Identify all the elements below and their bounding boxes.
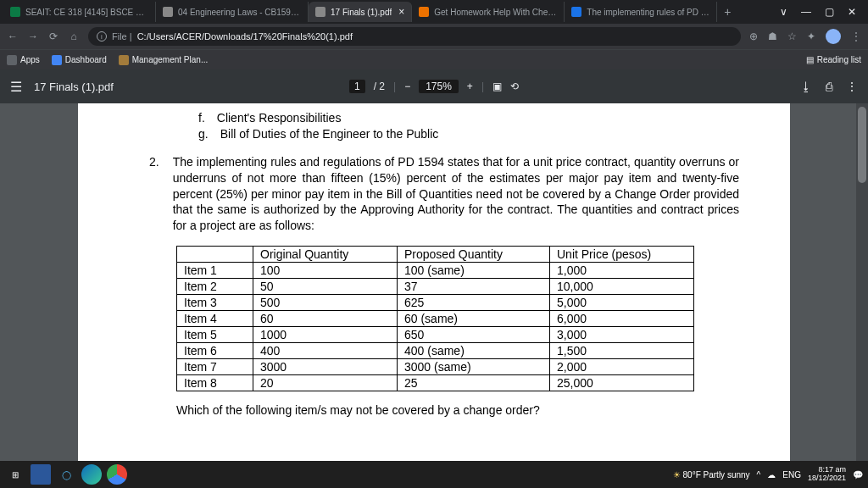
reading-list-button[interactable]: ▤Reading list bbox=[806, 55, 861, 64]
print-button[interactable]: ⎙ bbox=[826, 80, 832, 93]
page-total: / 2 bbox=[374, 80, 385, 92]
menu-icon[interactable]: ⋮ bbox=[851, 30, 861, 42]
url-text: C:/Users/ACER/Downloads/17%20Finals%20(1… bbox=[137, 31, 353, 42]
site-info-icon[interactable]: i bbox=[97, 31, 107, 42]
chevron-down-icon[interactable]: ∨ bbox=[780, 6, 787, 18]
table-cell: 10,000 bbox=[550, 279, 694, 295]
browser-tab[interactable]: The implementing rules of PD 15 bbox=[565, 2, 717, 22]
table-cell: 37 bbox=[398, 279, 550, 295]
tab-label: 04 Engineering Laws - CB1594 (2 bbox=[178, 8, 301, 17]
table-cell: 100 bbox=[253, 263, 398, 279]
cortana-icon[interactable]: ◯ bbox=[56, 464, 76, 485]
table-row: Item 35006255,000 bbox=[177, 295, 694, 311]
table-row: Item 730003000 (same)2,000 bbox=[177, 359, 694, 375]
globe-icon bbox=[52, 55, 62, 65]
download-button[interactable]: ⭳ bbox=[800, 80, 812, 93]
onedrive-icon[interactable]: ☁ bbox=[767, 470, 776, 480]
notifications-icon[interactable]: 💬 bbox=[853, 470, 863, 480]
address-bar: ← → ⟳ ⌂ i File | C:/Users/ACER/Downloads… bbox=[0, 24, 868, 49]
tray-chevron-icon[interactable]: ^ bbox=[757, 470, 761, 480]
url-prefix: File | bbox=[112, 31, 132, 42]
system-clock[interactable]: 8:17 am 18/12/2021 bbox=[808, 466, 846, 483]
table-cell: Item 8 bbox=[177, 375, 253, 391]
profile-avatar[interactable] bbox=[826, 29, 841, 44]
favicon bbox=[10, 7, 20, 17]
table-header: Proposed Quantity bbox=[398, 247, 550, 263]
pdf-page: f.Client's Responsibilities g.Bill of Du… bbox=[78, 103, 790, 461]
favicon bbox=[315, 7, 326, 17]
table-header: Original Quantity bbox=[253, 247, 398, 263]
more-button[interactable]: ⋮ bbox=[846, 80, 858, 93]
table-cell: 1,500 bbox=[550, 343, 694, 359]
question-number: 2. bbox=[149, 154, 159, 234]
table-cell: 25 bbox=[398, 375, 550, 391]
reading-list-icon: ▤ bbox=[806, 55, 814, 64]
table-cell: Item 6 bbox=[177, 343, 253, 359]
weather-widget[interactable]: ☀ 80°F Partly sunny bbox=[673, 470, 750, 480]
new-tab-button[interactable]: + bbox=[717, 5, 737, 19]
forward-button[interactable]: → bbox=[27, 30, 39, 42]
table-row: Item 510006503,000 bbox=[177, 327, 694, 343]
table-row: Item 2503710,000 bbox=[177, 279, 694, 295]
table-row: Item 1100100 (same)1,000 bbox=[177, 263, 694, 279]
reload-button[interactable]: ⟳ bbox=[47, 30, 59, 42]
table-header bbox=[177, 247, 253, 263]
bookmark-star-icon[interactable]: ☆ bbox=[787, 30, 797, 42]
tab-label: The implementing rules of PD 15 bbox=[587, 8, 709, 17]
minimize-icon[interactable]: ― bbox=[801, 6, 811, 18]
pdf-title: 17 Finals (1).pdf bbox=[34, 80, 114, 93]
tab-label: Get Homework Help With Chegg bbox=[434, 8, 557, 17]
browser-tabstrip: SEAIT: CE 318 [4145] BSCE 3-A: C04 Engin… bbox=[0, 0, 868, 24]
bookmark-dashboard[interactable]: Dashboard bbox=[52, 55, 107, 65]
list-letter: f. bbox=[198, 110, 205, 126]
apps-shortcut[interactable]: Apps bbox=[7, 55, 40, 65]
pdf-viewer[interactable]: f.Client's Responsibilities g.Bill of Du… bbox=[0, 103, 868, 461]
table-cell: Item 4 bbox=[177, 311, 253, 327]
taskbar-app-1[interactable] bbox=[31, 464, 51, 485]
zoom-in-button[interactable]: + bbox=[467, 80, 473, 92]
language-indicator[interactable]: ENG bbox=[782, 470, 801, 480]
browser-tab[interactable]: 17 Finals (1).pdf× bbox=[309, 2, 412, 22]
home-button[interactable]: ⌂ bbox=[68, 30, 80, 42]
tab-label: 17 Finals (1).pdf bbox=[331, 8, 392, 17]
table-cell: 1000 bbox=[253, 327, 398, 343]
table-cell: 50 bbox=[253, 279, 398, 295]
table-cell: 625 bbox=[398, 295, 550, 311]
page-current-input[interactable]: 1 bbox=[349, 80, 365, 93]
url-input[interactable]: i File | C:/Users/ACER/Downloads/17%20Fi… bbox=[88, 27, 741, 46]
windows-taskbar: ⊞ ◯ ☀ 80°F Partly sunny ^ ☁ ENG 8:17 am … bbox=[0, 461, 868, 488]
extensions-icon[interactable]: ✦ bbox=[807, 30, 815, 42]
maximize-icon[interactable]: ▢ bbox=[825, 6, 834, 18]
table-cell: Item 3 bbox=[177, 295, 253, 311]
search-icon[interactable]: ⊕ bbox=[749, 30, 758, 42]
rotate-button[interactable]: ⟲ bbox=[510, 80, 519, 92]
fit-page-button[interactable]: ▣ bbox=[492, 80, 502, 92]
zoom-out-button[interactable]: − bbox=[404, 80, 410, 92]
share-icon[interactable]: ☗ bbox=[768, 30, 777, 42]
table-cell: 3000 (same) bbox=[398, 359, 550, 375]
browser-tab[interactable]: SEAIT: CE 318 [4145] BSCE 3-A: C bbox=[3, 2, 156, 22]
close-icon[interactable]: ✕ bbox=[848, 6, 856, 18]
table-row: Item 8202525,000 bbox=[177, 375, 694, 391]
browser-tab[interactable]: Get Homework Help With Chegg bbox=[412, 2, 565, 22]
table-cell: 5,000 bbox=[550, 295, 694, 311]
zoom-level-input[interactable]: 175% bbox=[419, 80, 459, 93]
scrollbar-thumb[interactable] bbox=[858, 107, 866, 183]
edge-icon[interactable] bbox=[81, 464, 102, 485]
table-cell: 60 bbox=[253, 311, 398, 327]
chrome-icon[interactable] bbox=[107, 464, 127, 485]
table-cell: 100 (same) bbox=[398, 263, 550, 279]
browser-tab[interactable]: 04 Engineering Laws - CB1594 (2 bbox=[156, 2, 309, 22]
quantities-table: Original QuantityProposed QuantityUnit P… bbox=[176, 246, 694, 391]
tab-label: SEAIT: CE 318 [4145] BSCE 3-A: C bbox=[25, 8, 148, 17]
table-cell: 400 (same) bbox=[398, 343, 550, 359]
back-button[interactable]: ← bbox=[7, 30, 19, 42]
list-text: Client's Responsibilities bbox=[217, 110, 342, 126]
table-cell: Item 2 bbox=[177, 279, 253, 295]
pdf-menu-button[interactable]: ☰ bbox=[10, 79, 22, 95]
close-tab-icon[interactable]: × bbox=[398, 6, 404, 18]
start-button[interactable]: ⊞ bbox=[5, 464, 25, 485]
follow-up-question: Which of the following item/s may not be… bbox=[176, 403, 739, 417]
vertical-scrollbar[interactable] bbox=[856, 103, 868, 461]
bookmark-management[interactable]: Management Plan... bbox=[119, 55, 209, 65]
